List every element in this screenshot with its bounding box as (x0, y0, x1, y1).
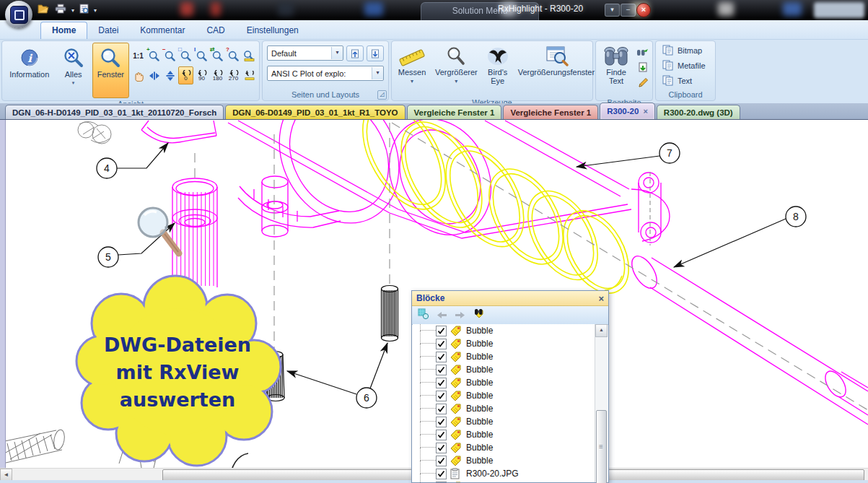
block-list-item[interactable]: Bubble (413, 376, 595, 389)
checkbox[interactable] (436, 378, 447, 388)
rotate-custom-button[interactable] (242, 66, 257, 84)
zoom-selection-button[interactable]: I (194, 47, 209, 65)
zoom-previous-button[interactable]: ⇄ (210, 47, 225, 65)
measure-button[interactable]: Messen ▾ (394, 43, 430, 97)
rotate-270-button[interactable]: 270 (226, 66, 241, 84)
measure-dropdown-icon[interactable]: ▾ (411, 77, 413, 86)
zoom-1-1-button[interactable]: 1:1 (131, 47, 146, 65)
flip-vertical-button[interactable] (162, 66, 177, 84)
checkbox[interactable] (436, 404, 447, 414)
close-button[interactable]: × (636, 3, 651, 17)
block-list-item[interactable]: Bubble (413, 337, 595, 350)
checkbox[interactable] (436, 482, 447, 483)
magnifier-tool-button[interactable]: Vergrößerer ▾ (431, 43, 481, 97)
block-list-item[interactable]: Bubble (413, 428, 595, 441)
document-tab-6[interactable]: R300-20.dwg (3D) (657, 105, 740, 119)
checkbox[interactable] (436, 326, 447, 336)
document-tab-4[interactable]: Vergleiche Fenster 1 (503, 105, 598, 119)
block-list-item[interactable]: Bubble (413, 324, 595, 337)
find-block-icon[interactable] (473, 308, 486, 323)
magnifier-dropdown-icon[interactable]: ▾ (455, 77, 457, 86)
rotate-90-button[interactable]: 90 (194, 66, 209, 84)
close-tab-icon[interactable]: × (643, 104, 647, 119)
birds-eye-button[interactable]: Bird's Eye (483, 43, 513, 97)
application-button[interactable] (5, 1, 32, 28)
print-icon[interactable] (55, 4, 66, 17)
blocks-scrollbar-thumb[interactable] (596, 410, 607, 483)
rotate-0-button[interactable]: 0 (178, 66, 193, 84)
checkbox[interactable] (436, 391, 447, 401)
copy-as-metafile-button[interactable]: Metafile (658, 58, 710, 73)
block-list-item[interactable]: Bubble (413, 402, 595, 415)
drawing-canvas[interactable]: 4 5 6 7 8 (0, 120, 868, 483)
open-file-icon[interactable] (38, 4, 50, 17)
checkbox[interactable] (436, 469, 447, 479)
ribbon-tab-einstellungen[interactable]: Einstellungen (236, 22, 310, 39)
hscroll-left-icon[interactable]: ◄ (0, 469, 12, 481)
save-result-icon[interactable] (636, 61, 650, 74)
print-preview-icon[interactable] (79, 4, 89, 17)
flip-horizontal-button[interactable] (146, 66, 162, 84)
blocks-scrollbar[interactable]: ▲ (595, 324, 608, 482)
block-list-item[interactable] (413, 480, 595, 482)
block-list-item[interactable]: Bubble (413, 441, 595, 454)
dialog-launcher-icon[interactable]: ◿ (377, 90, 387, 100)
find-text-button[interactable]: Finde Text (598, 43, 634, 97)
magnifier-window-button[interactable]: Vergrößerungsfenster (514, 43, 598, 97)
insert-block-icon[interactable] (418, 308, 429, 322)
checkbox[interactable] (436, 430, 447, 440)
previous-block-icon[interactable] (437, 309, 447, 322)
layout-select-dropdown-icon[interactable]: ▾ (372, 67, 383, 79)
zoom-extents-button[interactable]: ? (226, 47, 241, 65)
page-select-dropdown-icon[interactable]: ▾ (331, 47, 343, 59)
find-next-icon[interactable] (636, 45, 650, 58)
blocks-panel-titlebar[interactable]: Blöcke × (412, 291, 608, 306)
ribbon-tab-kommentar[interactable]: Kommentar (129, 22, 196, 39)
next-block-icon[interactable] (455, 309, 465, 322)
block-list-item[interactable]: Bubble (413, 389, 595, 402)
document-tab-5[interactable]: R300-20× (600, 103, 655, 119)
pan-button[interactable] (131, 66, 146, 84)
zoom-in-button[interactable]: + (146, 47, 162, 65)
block-list-item[interactable]: Bubble (413, 363, 595, 376)
qat-overflow-icon[interactable]: ▾ (94, 7, 97, 14)
scroll-up-icon[interactable]: ▲ (595, 324, 608, 337)
zoom-all-dropdown-icon[interactable]: ▾ (72, 79, 75, 87)
block-list-item[interactable]: Bubble (413, 350, 595, 363)
minimize-button[interactable]: – (621, 4, 636, 17)
titlebar-menu-button[interactable]: ▾ (605, 4, 620, 17)
checkbox[interactable] (436, 443, 447, 453)
copy-as-text-button[interactable]: Text (658, 74, 696, 88)
block-list-item[interactable]: Bubble (413, 454, 595, 467)
edit-icon[interactable] (636, 76, 650, 89)
checkbox[interactable] (436, 352, 447, 362)
zoom-scale-button[interactable] (242, 47, 257, 65)
zoom-window-button[interactable]: Fenster (92, 43, 129, 98)
ribbon-tab-home[interactable]: Home (40, 22, 87, 39)
checkbox[interactable] (436, 365, 447, 375)
blocks-panel-close-icon[interactable]: × (598, 293, 604, 304)
document-tab-3[interactable]: Vergleiche Fenster 1 (407, 105, 502, 119)
blocks-panel[interactable]: Blöcke × BubbleBubbleBubbleBubbleBubbleB… (411, 290, 609, 483)
document-tab-1[interactable]: DGN_06-H-D0149_PID_03_01_1kt_20110720_Fo… (5, 105, 224, 119)
document-tab-2[interactable]: DGN_06-D0149_PID_03_01_1kt_R1_TOYO (225, 105, 405, 119)
page-select[interactable]: Default▾ (267, 45, 343, 61)
checkbox[interactable] (436, 417, 447, 427)
rxview-logo-icon (10, 6, 28, 24)
ribbon-tab-cad[interactable]: CAD (196, 22, 235, 39)
information-button[interactable]: i Information (4, 43, 55, 98)
previous-page-button[interactable] (346, 45, 364, 61)
next-page-button[interactable] (367, 45, 384, 61)
zoom-all-button[interactable]: Alles ▾ (56, 43, 91, 98)
layout-select[interactable]: ANSI C Plot of explo:▾ (267, 66, 384, 81)
checkbox[interactable] (436, 456, 447, 466)
ribbon-tab-datei[interactable]: Datei (87, 22, 129, 39)
block-list-item[interactable]: R300-20.JPG (413, 467, 595, 480)
zoom-out-button[interactable]: − (162, 47, 177, 65)
print-dropdown-icon[interactable]: ▾ (71, 7, 74, 14)
checkbox[interactable] (436, 339, 447, 349)
zoom-window-small-button[interactable]: □ (178, 47, 193, 65)
block-list-item[interactable]: Bubble (413, 415, 595, 428)
rotate-180-button[interactable]: 180 (210, 66, 225, 84)
copy-as-bitmap-button[interactable]: Bitmap (658, 43, 706, 58)
